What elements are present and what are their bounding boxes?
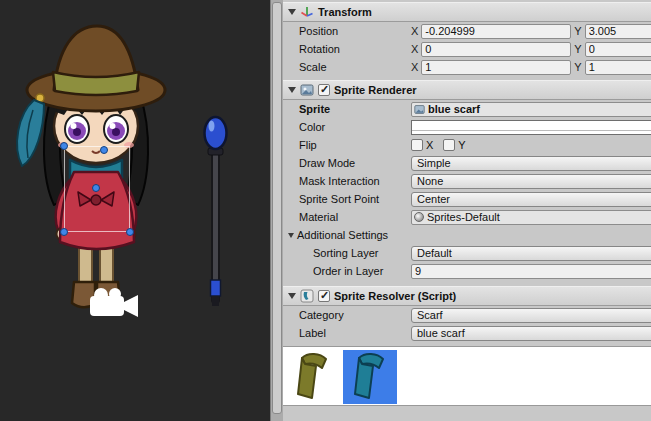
scrollbar-thumb[interactable] bbox=[272, 2, 282, 414]
sprite-object-field[interactable]: blue scarf bbox=[411, 102, 651, 117]
inspector-panel: Transform Position X Y Z bbox=[283, 0, 651, 421]
axis-x-label: X bbox=[411, 25, 418, 37]
axis-x-label: X bbox=[411, 61, 418, 73]
selection-pivot-handle[interactable] bbox=[92, 184, 100, 192]
flip-label: Flip bbox=[299, 139, 411, 151]
category-value: Scarf bbox=[417, 309, 443, 321]
material-row: Material Sprites-Default bbox=[283, 208, 651, 226]
sprite-resolver-icon bbox=[300, 289, 314, 303]
material-object-field[interactable]: Sprites-Default bbox=[411, 210, 651, 225]
foldout-arrow-icon[interactable] bbox=[288, 9, 296, 15]
category-row: Category Scarf bbox=[283, 306, 651, 324]
order-in-layer-row: Order in Layer bbox=[283, 262, 651, 280]
sprite-variant-strip bbox=[283, 346, 651, 406]
sorting-layer-value: Default bbox=[417, 247, 452, 259]
material-label: Material bbox=[299, 211, 411, 223]
axis-y-label: Y bbox=[574, 61, 581, 73]
sprite-object-name: blue scarf bbox=[428, 103, 480, 115]
color-swatch-field[interactable] bbox=[411, 120, 651, 135]
sprite-sort-point-dropdown[interactable]: Center bbox=[411, 192, 651, 207]
flip-y-label: Y bbox=[458, 139, 465, 151]
flip-x-checkbox[interactable] bbox=[411, 139, 423, 151]
staff-object[interactable] bbox=[205, 117, 227, 306]
rotation-label: Rotation bbox=[299, 43, 411, 55]
scene-canvas bbox=[0, 0, 270, 421]
axis-y-label: Y bbox=[574, 43, 581, 55]
mask-interaction-dropdown[interactable]: None bbox=[411, 174, 651, 189]
sprite-sort-point-label: Sprite Sort Point bbox=[299, 193, 411, 205]
component-title: Sprite Renderer bbox=[334, 84, 417, 96]
label-dropdown[interactable]: blue scarf bbox=[411, 326, 651, 341]
sprite-label: Sprite bbox=[299, 103, 411, 115]
sprite-thumbnail-green-scarf[interactable] bbox=[286, 350, 340, 404]
component-enabled-checkbox[interactable] bbox=[318, 84, 330, 96]
scale-x-field[interactable] bbox=[421, 60, 571, 75]
sprite-renderer-header[interactable]: Sprite Renderer bbox=[283, 80, 651, 100]
position-label: Position bbox=[299, 25, 411, 37]
selection-handle[interactable] bbox=[100, 146, 108, 154]
mask-interaction-value: None bbox=[417, 175, 443, 187]
position-y-field[interactable] bbox=[585, 24, 651, 39]
order-in-layer-label: Order in Layer bbox=[313, 265, 411, 277]
label-value: blue scarf bbox=[417, 327, 465, 339]
rotation-x-field[interactable] bbox=[421, 42, 571, 57]
sorting-layer-dropdown[interactable]: Default bbox=[411, 246, 651, 261]
scale-y-field[interactable] bbox=[585, 60, 651, 75]
additional-settings-row[interactable]: Additional Settings bbox=[283, 226, 651, 244]
sorting-layer-label: Sorting Layer bbox=[313, 247, 411, 259]
position-x-field[interactable] bbox=[421, 24, 571, 39]
material-sphere-icon bbox=[414, 212, 424, 222]
draw-mode-label: Draw Mode bbox=[299, 157, 411, 169]
foldout-arrow-icon[interactable] bbox=[288, 233, 294, 238]
order-in-layer-field[interactable] bbox=[411, 264, 651, 279]
foldout-arrow-icon[interactable] bbox=[288, 293, 296, 299]
foldout-arrow-icon[interactable] bbox=[288, 87, 296, 93]
sprite-sort-point-row: Sprite Sort Point Center bbox=[283, 190, 651, 208]
selection-handle[interactable] bbox=[126, 228, 134, 236]
draw-mode-dropdown[interactable]: Simple bbox=[411, 156, 651, 171]
transform-header[interactable]: Transform bbox=[283, 2, 651, 22]
component-enabled-checkbox[interactable] bbox=[318, 290, 330, 302]
flip-y-checkbox[interactable] bbox=[443, 139, 455, 151]
axis-x-label: X bbox=[411, 43, 418, 55]
sprite-resolver-header[interactable]: Sprite Resolver (Script) bbox=[283, 286, 651, 306]
scale-label: Scale bbox=[299, 61, 411, 73]
axis-y-label: Y bbox=[574, 25, 581, 37]
rotation-y-field[interactable] bbox=[585, 42, 651, 57]
scene-view[interactable] bbox=[0, 0, 270, 421]
inspector-scrollbar[interactable] bbox=[270, 0, 283, 421]
selection-rect bbox=[64, 146, 130, 232]
component-title: Transform bbox=[318, 6, 372, 18]
selection-handle[interactable] bbox=[60, 228, 68, 236]
label-row: Label blue scarf bbox=[283, 324, 651, 342]
selection-handle[interactable] bbox=[60, 142, 68, 150]
rotation-row: Rotation X Y Z bbox=[283, 40, 651, 58]
camera-gizmo-icon[interactable] bbox=[90, 288, 138, 317]
flip-x-label: X bbox=[426, 139, 433, 151]
category-dropdown[interactable]: Scarf bbox=[411, 308, 651, 323]
sorting-layer-row: Sorting Layer Default bbox=[283, 244, 651, 262]
color-label: Color bbox=[299, 121, 411, 133]
sprite-renderer-icon bbox=[300, 83, 314, 97]
draw-mode-value: Simple bbox=[417, 157, 451, 169]
component-title: Sprite Resolver (Script) bbox=[334, 290, 456, 302]
color-row: Color bbox=[283, 118, 651, 136]
mask-interaction-row: Mask Interaction None bbox=[283, 172, 651, 190]
position-row: Position X Y Z bbox=[283, 22, 651, 40]
label-label: Label bbox=[299, 327, 411, 339]
draw-mode-row: Draw Mode Simple bbox=[283, 154, 651, 172]
transform-icon bbox=[300, 5, 314, 19]
category-label: Category bbox=[299, 309, 411, 321]
mask-interaction-label: Mask Interaction bbox=[299, 175, 411, 187]
sprite-thumbnail-blue-scarf-selected[interactable] bbox=[343, 350, 397, 404]
sprite-sort-point-value: Center bbox=[417, 193, 450, 205]
sprite-asset-icon bbox=[414, 104, 425, 115]
flip-row: Flip X Y bbox=[283, 136, 651, 154]
scale-row: Scale X Y Z bbox=[283, 58, 651, 76]
additional-settings-label: Additional Settings bbox=[297, 229, 388, 241]
material-object-name: Sprites-Default bbox=[427, 211, 500, 223]
sprite-row: Sprite blue scarf bbox=[283, 100, 651, 118]
